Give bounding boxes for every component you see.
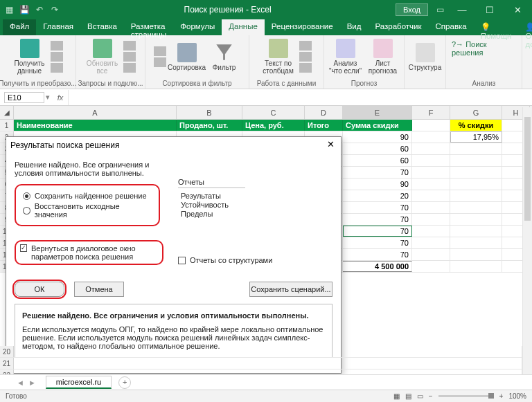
tab-review[interactable]: Рецензирование <box>265 19 340 35</box>
reports-list[interactable]: Результаты Устойчивость Пределы <box>178 188 245 224</box>
col-head-C[interactable]: C <box>242 106 305 119</box>
dropdown-icon[interactable]: ▾ <box>46 93 50 102</box>
solver-button[interactable]: ?→ Поиск решения <box>452 40 516 57</box>
cell[interactable]: 17,95% <box>450 131 502 143</box>
query-icons[interactable] <box>123 41 136 73</box>
formula-input[interactable] <box>68 90 532 105</box>
maximize-icon[interactable]: ☐ <box>479 5 500 15</box>
cell[interactable] <box>450 179 502 190</box>
cell[interactable] <box>450 214 502 225</box>
tab-view[interactable]: Вид <box>340 19 369 35</box>
cell[interactable] <box>412 167 450 178</box>
fx-icon[interactable]: fx <box>55 93 65 102</box>
cell[interactable] <box>450 202 502 213</box>
row-head[interactable]: 1 <box>0 120 14 131</box>
hdr-price[interactable]: Цена, руб. <box>242 120 305 131</box>
view-layout-icon[interactable]: ▤ <box>405 392 411 400</box>
cell[interactable] <box>412 179 450 190</box>
cell[interactable] <box>450 226 502 237</box>
cell[interactable]: 70 <box>343 202 412 213</box>
whatif-button[interactable]: Анализ "что если" <box>329 39 362 75</box>
get-data-small-icons[interactable] <box>51 41 63 73</box>
add-sheet-button[interactable]: + <box>118 376 131 389</box>
row-head[interactable]: 21 <box>0 358 14 369</box>
cell[interactable] <box>450 190 502 201</box>
cell[interactable] <box>412 120 450 131</box>
radio-restore-values[interactable]: Восстановить исходные значения <box>23 202 152 219</box>
zoom-in-icon[interactable]: + <box>499 392 504 400</box>
cell[interactable] <box>450 237 502 248</box>
zoom-slider[interactable] <box>438 395 494 397</box>
col-head-B[interactable]: B <box>177 106 242 119</box>
col-head-A[interactable]: A <box>14 106 177 119</box>
login-button[interactable]: Вход <box>396 3 428 16</box>
cell[interactable] <box>412 190 450 201</box>
cell[interactable]: 70 <box>343 214 412 225</box>
vertical-scrollbar[interactable] <box>522 107 532 374</box>
close-icon[interactable]: ✕ <box>507 5 528 15</box>
col-head-F[interactable]: F <box>412 106 450 119</box>
dialog-close-button[interactable]: ✕ <box>324 139 337 152</box>
text-to-columns-button[interactable]: Текст по столбцам <box>262 39 295 75</box>
refresh-all-button[interactable]: Обновить все <box>86 39 119 75</box>
cell[interactable] <box>450 261 502 272</box>
cell[interactable] <box>412 237 450 248</box>
cell[interactable]: 90 <box>343 131 412 143</box>
cell[interactable] <box>412 131 450 143</box>
select-all-corner[interactable]: ◢ <box>0 106 14 119</box>
sheet-tab[interactable]: microexcel.ru <box>46 376 112 389</box>
hdr-discount-sum[interactable]: Сумма скидки <box>343 120 412 131</box>
redo-icon[interactable]: ↷ <box>50 5 60 15</box>
cell[interactable] <box>450 167 502 178</box>
hdr-discount-pct[interactable]: % скидки <box>450 120 502 131</box>
outline-button[interactable]: Структура <box>409 43 442 71</box>
cell[interactable]: 60 <box>343 143 412 154</box>
cell[interactable]: 90 <box>343 179 412 190</box>
cell[interactable] <box>412 155 450 166</box>
cell[interactable]: 70 <box>343 237 412 248</box>
cell[interactable] <box>412 249 450 260</box>
share-button[interactable]: 👤 Общий доступ <box>518 19 532 35</box>
ribbon-display-icon[interactable]: ▭ <box>435 5 445 15</box>
cell[interactable] <box>450 155 502 166</box>
zoom-level[interactable]: 100% <box>508 392 526 400</box>
tab-data[interactable]: Данные <box>222 19 265 35</box>
outline-reports-option[interactable]: Отчеты со структурами <box>178 256 272 264</box>
cell[interactable] <box>412 143 450 154</box>
col-head-E[interactable]: E <box>343 106 412 119</box>
view-normal-icon[interactable]: ▦ <box>393 392 400 400</box>
tab-insert[interactable]: Вставка <box>80 19 124 35</box>
hdr-sold[interactable]: Продано, шт. <box>177 120 242 131</box>
return-to-dialog-option[interactable]: ✓ Вернуться в диалоговое окно параметров… <box>15 240 163 265</box>
tab-home[interactable]: Главная <box>36 19 80 35</box>
save-icon[interactable]: 💾 <box>19 5 29 15</box>
undo-icon[interactable]: ↶ <box>35 5 44 15</box>
tab-developer[interactable]: Разработчик <box>368 19 428 35</box>
minimize-icon[interactable]: — <box>452 5 472 15</box>
col-head-D[interactable]: D <box>305 106 343 119</box>
cell[interactable] <box>412 202 450 213</box>
hdr-total[interactable]: Итого <box>305 120 343 131</box>
cell[interactable]: 60 <box>343 155 412 166</box>
cell[interactable]: 70 <box>343 167 412 178</box>
zoom-out-icon[interactable]: − <box>429 392 433 400</box>
tab-help[interactable]: Справка <box>429 19 474 35</box>
tab-layout[interactable]: Разметка страницы <box>124 19 173 35</box>
cell[interactable] <box>412 261 450 272</box>
sheet-nav-prev-icon[interactable]: ◄ <box>17 378 24 387</box>
cell[interactable] <box>450 249 502 260</box>
sort-az-icons[interactable] <box>154 46 166 67</box>
sheet-nav-next-icon[interactable]: ► <box>28 378 36 387</box>
ok-button[interactable]: ОК <box>15 282 64 297</box>
filter-button[interactable]: Фильтр <box>208 43 241 71</box>
cell[interactable]: 20 <box>343 190 412 201</box>
cell[interactable] <box>412 214 450 225</box>
tab-formulas[interactable]: Формулы <box>173 19 222 35</box>
cell[interactable]: 4 500 000 <box>343 261 412 272</box>
tab-file[interactable]: Файл <box>3 19 36 35</box>
tab-tell-me[interactable]: 💡 Помощн <box>474 19 519 35</box>
col-head-G[interactable]: G <box>450 106 502 119</box>
row-head[interactable]: 20 <box>0 346 14 357</box>
forecast-sheet-button[interactable]: Лист прогноза <box>366 39 400 75</box>
cell[interactable]: 70 <box>343 249 412 260</box>
